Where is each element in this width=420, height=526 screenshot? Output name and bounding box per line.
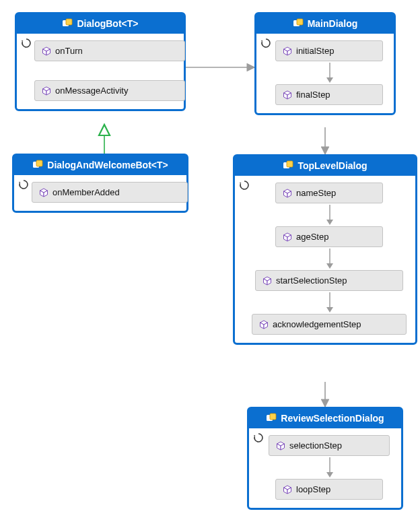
method-label: startSelectionStep — [276, 275, 347, 286]
method-label: onMessageActivity — [55, 86, 128, 96]
method-label: ageStep — [296, 232, 328, 242]
cycle-icon — [239, 180, 250, 191]
method-namestep: nameStep — [275, 183, 383, 203]
svg-rect-5 — [297, 19, 303, 25]
cube-icon — [283, 46, 292, 56]
method-label: onTurn — [55, 46, 83, 56]
method-startselectionstep: startSelectionStep — [255, 270, 403, 291]
diagram-canvas: DialogBot<T> onTurn — [0, 0, 420, 526]
class-icon — [266, 413, 277, 424]
class-title: ReviewSelectionDialog — [281, 413, 384, 424]
class-title: MainDialog — [308, 18, 358, 29]
class-body: onMemberAdded — [14, 175, 186, 211]
method-flow-arrow — [325, 61, 335, 84]
class-header: MainDialog — [256, 14, 394, 34]
method-label: loopStep — [296, 484, 330, 494]
cube-icon — [283, 485, 292, 494]
method-initialstep: initialStep — [275, 40, 383, 61]
class-title: DialogAndWelcomeBot<T> — [47, 160, 168, 170]
method-onmemberadded: onMemberAdded — [32, 182, 188, 203]
class-reviewselectiondialog: ReviewSelectionDialog selectionStep — [247, 407, 403, 510]
class-icon — [283, 160, 293, 171]
class-maindialog: MainDialog initialStep — [254, 12, 396, 115]
cube-icon — [39, 188, 48, 197]
class-body: nameStep ageStep — [235, 176, 415, 343]
method-agestep: ageStep — [275, 226, 383, 247]
svg-rect-8 — [287, 161, 293, 167]
method-label: selectionStep — [289, 440, 342, 451]
method-flow-arrow — [325, 456, 335, 479]
cycle-icon — [253, 432, 264, 443]
class-header: DialogAndWelcomeBot<T> — [14, 156, 186, 175]
method-label: acknowledgementStep — [273, 319, 361, 329]
method-label: onMemberAdded — [53, 187, 120, 197]
class-header: ReviewSelectionDialog — [249, 409, 401, 428]
class-icon — [62, 18, 73, 29]
class-body: onTurn onMessageActivity — [17, 34, 184, 109]
method-flow-arrow — [325, 247, 335, 270]
method-selectionstep: selectionStep — [269, 435, 390, 456]
cube-icon — [262, 276, 272, 286]
cube-icon — [276, 441, 285, 451]
svg-rect-3 — [36, 160, 42, 166]
class-icon — [32, 160, 43, 170]
class-body: selectionStep loopStep — [249, 428, 401, 508]
method-onmessageactivity: onMessageActivity — [34, 80, 185, 101]
cube-icon — [283, 189, 292, 198]
class-body: initialStep finalStep — [256, 34, 394, 113]
cycle-icon — [260, 38, 271, 48]
class-header: DialogBot<T> — [17, 14, 184, 34]
class-header: TopLevelDialog — [235, 156, 415, 176]
method-flow-arrow — [325, 203, 335, 226]
class-topleveldialog: TopLevelDialog nameStep — [233, 154, 417, 345]
method-onturn: onTurn — [34, 40, 185, 61]
method-label: nameStep — [296, 188, 336, 198]
class-title: DialogBot<T> — [77, 18, 138, 29]
method-finalstep: finalStep — [275, 84, 383, 105]
cube-icon — [42, 86, 51, 96]
class-icon — [293, 18, 304, 29]
method-flow-arrow — [325, 291, 335, 314]
cube-icon — [283, 90, 292, 100]
cube-icon — [259, 320, 269, 329]
class-dialogandwelcomebot: DialogAndWelcomeBot<T> onMemberAdded — [12, 154, 188, 213]
svg-rect-1 — [66, 19, 72, 25]
method-label: finalStep — [296, 90, 330, 100]
method-acknowledgementstep: acknowledgementStep — [252, 314, 407, 335]
class-title: TopLevelDialog — [298, 160, 367, 171]
cube-icon — [42, 46, 51, 56]
cube-icon — [283, 232, 292, 242]
method-label: initialStep — [296, 46, 334, 56]
class-dialogbot: DialogBot<T> onTurn — [15, 12, 186, 111]
method-loopstep: loopStep — [275, 479, 383, 500]
svg-rect-13 — [270, 414, 276, 420]
cycle-icon — [18, 179, 29, 190]
cycle-icon — [21, 38, 32, 48]
